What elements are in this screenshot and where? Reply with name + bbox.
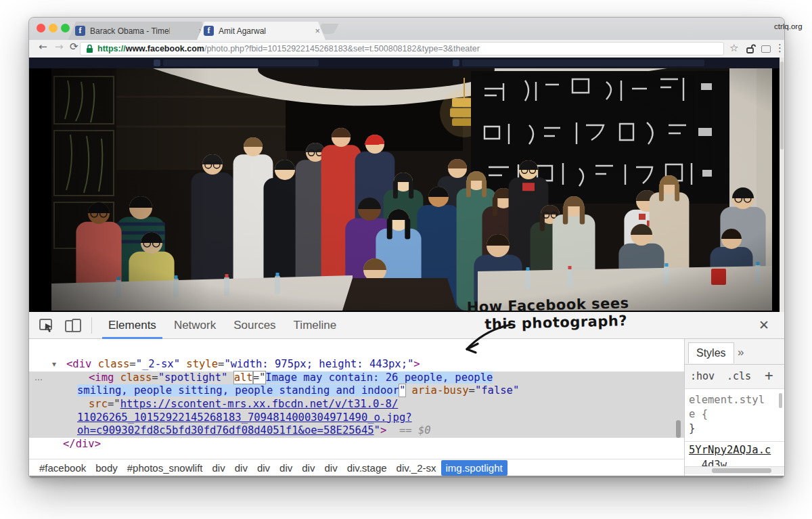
styles-scrollbar-thumb[interactable]: [779, 393, 782, 408]
breadcrumb-div[interactable]: div: [208, 460, 230, 476]
divider: [91, 317, 92, 334]
elements-tree[interactable]: ▾<div class="_2-sx" style="width: 975px;…: [29, 339, 684, 459]
toggle-hover-state[interactable]: :hov: [690, 370, 715, 382]
code-token: aria-busy: [412, 384, 469, 397]
address-bar[interactable]: https://www.facebook.com/photo.php?fbid=…: [80, 42, 724, 55]
code-token: =: [218, 358, 224, 370]
zoom-window-button[interactable]: [61, 24, 70, 32]
code-line[interactable]: src="https://scontent-mrs.xx.fbcdn.net/v…: [29, 398, 684, 411]
code-token: =: [152, 371, 158, 384]
breadcrumb-div.stage[interactable]: div.stage: [342, 460, 392, 476]
divider: [685, 441, 784, 442]
devtools-tabs: ElementsNetworkSourcesTimeline: [99, 312, 345, 339]
styles-filter-row: :hov .cls +: [685, 365, 784, 389]
code-token: https://scontent-mrs.xx.fbcdn.net/v/t31.…: [120, 398, 399, 410]
tab-amit-agarwal[interactable]: f Amit Agarwal ×: [197, 22, 325, 40]
breadcrumb-div[interactable]: div: [275, 460, 297, 476]
code-token: =: [469, 384, 475, 397]
page-watermark: ctrlq.org: [774, 22, 803, 30]
code-token: [114, 371, 120, 384]
url-path: /photo.php?fbid=10152922145268183&set=t.…: [204, 44, 480, 53]
page-scrollbar[interactable]: [780, 58, 784, 312]
sidebar-tabs: Styles »: [685, 339, 784, 365]
breadcrumb-div[interactable]: div: [297, 460, 319, 476]
breadcrumb-div[interactable]: div: [252, 460, 275, 476]
tab-styles[interactable]: Styles: [688, 342, 734, 363]
devtools-tab-timeline[interactable]: Timeline: [285, 312, 346, 339]
facebook-logo-dim: [453, 60, 459, 66]
toggle-class[interactable]: .cls: [727, 370, 751, 382]
extension-lock-icon[interactable]: [746, 43, 756, 54]
facebook-dimmed-header: [29, 58, 784, 68]
tab-title: Amit Agarwal: [219, 26, 266, 36]
devtools-panel: ElementsNetworkSourcesTimeline ✕ ▾<div c…: [29, 312, 784, 478]
code-line[interactable]: …<img class="spotlight" alt="Image may c…: [29, 371, 684, 385]
breadcrumb-div[interactable]: div: [230, 460, 252, 476]
facebook-favicon-icon: f: [75, 26, 85, 36]
breadcrumb-photos_snowlift[interactable]: #photos_snowlift: [122, 460, 208, 476]
inspect-element-icon[interactable]: [39, 318, 55, 333]
code-token: [91, 358, 97, 370]
code-token: == $0: [386, 424, 430, 436]
code-token: 11026265_10152922145268183_7094814000304…: [77, 411, 412, 424]
bookmark-star-icon[interactable]: ☆: [729, 42, 738, 54]
styles-hscrollbar[interactable]: [685, 466, 784, 474]
facebook-searchbar-dim: [163, 60, 319, 66]
https-lock-icon: [86, 44, 93, 53]
page-content: [29, 58, 784, 312]
stylesheet-link[interactable]: 5YrNpy2AQJa.c: [689, 444, 771, 456]
back-icon[interactable]: ←: [39, 41, 47, 53]
code-token: [180, 358, 186, 370]
devtools-tab-sources[interactable]: Sources: [225, 312, 284, 339]
code-token: >: [413, 358, 420, 370]
device-toolbar-icon[interactable]: [64, 318, 82, 333]
breadcrumb-body[interactable]: body: [91, 460, 122, 476]
code-token: ": [374, 424, 380, 436]
code-line[interactable]: ▾<div class="_2-sx" style="width: 975px;…: [29, 358, 684, 371]
code-token: style: [186, 358, 218, 370]
reload-icon[interactable]: ⟳: [70, 41, 78, 53]
url-scheme: https://: [97, 44, 126, 53]
facebook-logo-dim: [154, 60, 160, 66]
code-line[interactable]: smiling, people sitting, people standing…: [29, 384, 684, 398]
menu-dots-icon[interactable]: ⋮: [775, 42, 785, 54]
code-token: class: [120, 371, 152, 384]
code-token: "_2-sx": [136, 358, 180, 370]
code-token: class: [98, 358, 130, 370]
tab-barack-obama[interactable]: f Barack Obama - Timeline ×: [68, 22, 209, 40]
new-style-rule-icon[interactable]: +: [765, 367, 773, 384]
element-style-rule[interactable]: element.styl e { }: [685, 389, 784, 436]
chevron-more-icon[interactable]: »: [738, 346, 744, 359]
code-token: oh=c909302fd8c5bfd30fd76df08d4051f1&oe=5…: [77, 424, 374, 436]
ellipsis-gutter-icon[interactable]: …: [35, 371, 43, 385]
annotation-arrow-icon: [457, 319, 514, 359]
tab-close-icon[interactable]: ×: [308, 26, 320, 36]
code-token: =": [253, 371, 266, 384]
window-panel-icon[interactable]: [761, 45, 771, 53]
code-line[interactable]: </div>: [29, 438, 684, 451]
code-token: "spotlight": [158, 371, 228, 384]
close-window-button[interactable]: [37, 24, 45, 32]
breadcrumb-div[interactable]: div: [319, 460, 342, 476]
screenshot: { "watermark": "ctrlq.org", "window": { …: [0, 0, 812, 519]
facebook-searchbar-dim: [462, 60, 704, 66]
forward-icon[interactable]: →: [55, 41, 64, 53]
breadcrumb-img.spotlight[interactable]: img.spotlight: [441, 460, 508, 476]
code-token: ": [399, 384, 405, 397]
code-line[interactable]: oh=c909302fd8c5bfd30fd76df08d4051f1&oe=5…: [29, 424, 684, 438]
dom-breadcrumbs: #facebookbody#photos_snowliftdivdivdivdi…: [29, 459, 684, 476]
breadcrumb-div._2-sx[interactable]: div._2-sx: [392, 460, 441, 476]
breadcrumb-facebook[interactable]: #facebook: [35, 460, 91, 476]
devtools-tab-elements[interactable]: Elements: [99, 312, 165, 339]
browser-window: f Barack Obama - Timeline × f Amit Agarw…: [28, 17, 785, 478]
devtools-tab-network[interactable]: Network: [165, 312, 225, 339]
minimize-window-button[interactable]: [49, 24, 58, 32]
styles-sidebar: Styles » :hov .cls + element.styl e { } …: [684, 339, 784, 478]
code-scrollbar-thumb[interactable]: [676, 420, 681, 438]
devtools-close-icon[interactable]: ✕: [759, 317, 769, 332]
expand-arrow-icon[interactable]: ▾: [52, 358, 56, 371]
tab-strip: f Barack Obama - Timeline × f Amit Agarw…: [29, 18, 784, 40]
facebook-favicon-icon: f: [204, 26, 214, 36]
code-line[interactable]: 11026265_10152922145268183_7094814000304…: [29, 411, 684, 425]
code-token: =": [108, 398, 120, 410]
